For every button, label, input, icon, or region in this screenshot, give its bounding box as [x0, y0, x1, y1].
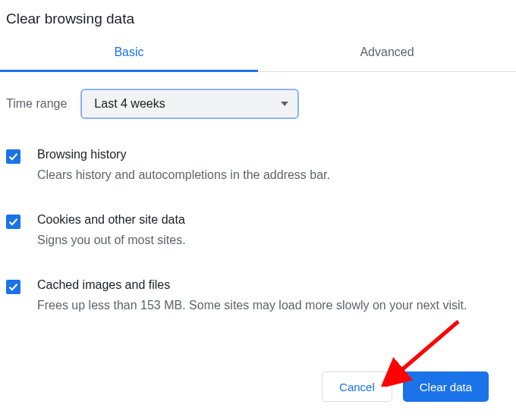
option-cached: Cached images and files Frees up less th… [6, 269, 510, 334]
chevron-down-icon [281, 102, 288, 106]
option-desc: Frees up less than 153 MB. Some sites ma… [37, 296, 510, 315]
cancel-button[interactable]: Cancel [322, 371, 392, 402]
checkbox-browsing-history[interactable] [6, 149, 20, 164]
time-range-label: Time range [6, 97, 67, 111]
option-title: Cached images and files [37, 278, 510, 292]
option-title: Browsing history [37, 148, 510, 161]
option-text: Cookies and other site data Signs you ou… [37, 213, 510, 249]
option-text: Cached images and files Frees up less th… [37, 278, 510, 315]
time-range-dropdown[interactable]: Last 4 weeks [80, 89, 299, 119]
option-title: Cookies and other site data [37, 213, 510, 227]
option-cookies: Cookies and other site data Signs you ou… [6, 204, 510, 269]
check-icon [8, 281, 19, 293]
option-desc: Clears history and autocompletions in th… [37, 166, 510, 184]
checkbox-cached[interactable] [6, 280, 20, 294]
clear-data-button[interactable]: Clear data [403, 371, 489, 402]
option-list: Browsing history Clears history and auto… [0, 127, 516, 334]
time-range-value: Last 4 weeks [94, 97, 165, 111]
option-desc: Signs you out of most sites. [37, 231, 510, 249]
time-range-row: Time range Last 4 weeks [0, 72, 516, 127]
checkbox-cookies[interactable] [6, 215, 20, 229]
tab-basic[interactable]: Basic [0, 35, 258, 71]
option-text: Browsing history Clears history and auto… [37, 148, 510, 184]
option-browsing-history: Browsing history Clears history and auto… [6, 139, 510, 204]
check-icon [8, 216, 19, 227]
check-icon [8, 151, 19, 162]
tabs: Basic Advanced [0, 35, 516, 72]
dialog-title: Clear browsing data [0, 0, 516, 35]
dialog-footer: Cancel Clear data [322, 371, 489, 402]
tab-advanced[interactable]: Advanced [258, 35, 516, 71]
